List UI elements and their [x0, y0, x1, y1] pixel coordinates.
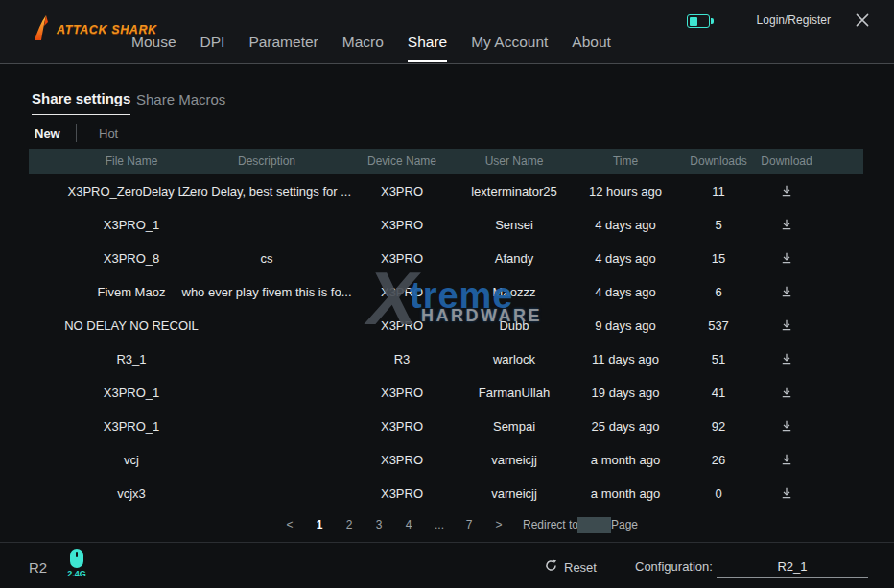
cell-user-name: Dubb	[499, 318, 529, 332]
table-row: X3PRO_1 X3PRO FarmanUllah 19 days ago 41	[29, 375, 863, 409]
cell-user-name: lexterminator25	[471, 183, 557, 198]
cell-description: Zero Delay, best settings for ...	[182, 183, 351, 198]
download-icon[interactable]	[780, 351, 794, 365]
configuration-label: Configuration:	[635, 559, 713, 574]
cell-device-name: X3PRO	[381, 284, 423, 298]
col-file-name: File Name	[106, 154, 158, 168]
nav-share[interactable]: Share	[408, 34, 447, 51]
table-row: vcjx3 X3PRO varneicjj a month ago 0	[29, 476, 863, 509]
cell-downloads: 11	[712, 183, 725, 198]
cell-file-name: X3PRO_8	[104, 250, 160, 265]
page-ellipsis: ...	[435, 518, 444, 531]
cell-time: 11 days ago	[592, 351, 659, 365]
download-icon[interactable]	[780, 217, 794, 231]
cell-device-name: X3PRO	[381, 250, 423, 265]
cell-downloads: 6	[715, 284, 721, 298]
cell-user-name: Sempai	[493, 418, 535, 433]
col-downloads: Downloads	[690, 154, 746, 168]
cell-file-name: X3PRO_1	[104, 418, 160, 433]
download-icon[interactable]	[780, 318, 794, 332]
page-2-button[interactable]: 2	[346, 518, 353, 531]
filter-hot[interactable]: Hot	[99, 127, 118, 141]
cell-file-name: vcjx3	[117, 485, 146, 500]
cell-user-name: FarmanUllah	[479, 385, 550, 399]
cell-description: who ever play fivem this is fo...	[181, 284, 351, 298]
cell-file-name: X3PRO_1	[104, 217, 160, 231]
cell-file-name: R3_1	[116, 351, 146, 365]
nav-about[interactable]: About	[572, 34, 611, 51]
filter-new[interactable]: New	[35, 127, 60, 141]
cell-time: 25 days ago	[592, 418, 660, 433]
page-3-button[interactable]: 3	[376, 518, 383, 531]
mouse-icon	[70, 549, 83, 568]
pagination: < 1 2 3 4 ... 7 > Redirect to Page	[29, 514, 863, 535]
tab-share-settings[interactable]: Share settings	[32, 90, 130, 106]
table-row: X3PRO_1 X3PRO Sempai 25 days ago 92	[29, 409, 863, 442]
cell-device-name: X3PRO	[381, 217, 423, 231]
main-nav: Mouse DPI Parameter Macro Share My Accou…	[131, 21, 611, 63]
connection-status: 2.4G	[65, 549, 88, 578]
cell-downloads: 51	[712, 351, 725, 365]
device-model-label: R2	[29, 559, 47, 576]
redirect-page-input[interactable]	[577, 517, 611, 533]
table-row: R3_1 R3 warlock 11 days ago 51	[29, 341, 863, 375]
cell-description: cs	[261, 250, 273, 265]
download-icon[interactable]	[780, 385, 794, 399]
col-device-name: Device Name	[367, 154, 436, 168]
cell-downloads: 15	[712, 250, 725, 265]
cell-time: a month ago	[591, 452, 660, 466]
reset-button[interactable]: Reset	[545, 559, 597, 575]
page-4-button[interactable]: 4	[406, 518, 412, 531]
download-icon[interactable]	[780, 418, 794, 433]
table-body: X3PRO_ZeroDelay L... Zero Delay, best se…	[29, 174, 863, 509]
reset-icon	[545, 559, 557, 575]
login-register-link[interactable]: Login/Register	[757, 13, 831, 27]
col-description: Description	[238, 154, 295, 168]
download-icon[interactable]	[780, 250, 794, 265]
nav-parameter[interactable]: Parameter	[248, 34, 318, 51]
table-row: X3PRO_8 cs X3PRO Afandy 4 days ago 15	[29, 241, 863, 274]
cell-device-name: R3	[394, 351, 411, 365]
cell-time: a month ago	[591, 485, 660, 500]
page-next-button[interactable]: >	[495, 518, 502, 531]
cell-file-name: vcj	[124, 452, 139, 466]
download-icon[interactable]	[780, 452, 794, 466]
download-icon[interactable]	[780, 284, 794, 298]
cell-time: 4 days ago	[595, 284, 656, 298]
reset-label: Reset	[564, 560, 597, 575]
cell-user-name: Sensei	[495, 217, 533, 231]
page-7-button[interactable]: 7	[466, 518, 473, 531]
table-row: Fivem Maoz who ever play fivem this is f…	[29, 274, 863, 308]
cell-file-name: NO DELAY NO RECOIL	[64, 318, 199, 332]
cell-downloads: 92	[712, 418, 725, 433]
configuration-value[interactable]: R2_1	[717, 559, 868, 578]
page-1-button[interactable]: 1	[317, 518, 323, 531]
download-icon[interactable]	[780, 183, 794, 198]
page-label: Page	[611, 518, 638, 531]
nav-my-account[interactable]: My Account	[471, 34, 548, 51]
connection-mode-label: 2.4G	[65, 569, 88, 578]
cell-file-name: X3PRO_ZeroDelay L...	[68, 183, 196, 198]
cell-user-name: varneicjj	[491, 485, 537, 500]
nav-macro[interactable]: Macro	[342, 34, 384, 51]
table-header: File Name Description Device Name User N…	[29, 149, 863, 174]
cell-time: 4 days ago	[595, 250, 656, 265]
filter-divider	[76, 124, 77, 142]
table-row: X3PRO_1 X3PRO Sensei 4 days ago 5	[29, 207, 863, 241]
nav-dpi[interactable]: DPI	[200, 34, 225, 51]
cell-downloads: 5	[715, 217, 721, 231]
cell-time: 4 days ago	[595, 217, 656, 231]
cell-device-name: X3PRO	[381, 385, 423, 399]
tab-share-macros[interactable]: Share Macros	[136, 91, 225, 107]
close-icon[interactable]	[854, 12, 871, 29]
nav-mouse[interactable]: Mouse	[131, 34, 176, 51]
cell-device-name: X3PRO	[381, 452, 423, 466]
cell-user-name: Maozzz	[493, 284, 536, 298]
shark-fin-icon	[33, 14, 54, 45]
cell-file-name: X3PRO_1	[104, 385, 160, 399]
download-icon[interactable]	[780, 485, 794, 500]
cell-device-name: X3PRO	[381, 418, 423, 433]
col-download: Download	[761, 154, 812, 168]
cell-device-name: X3PRO	[381, 183, 423, 198]
page-prev-button[interactable]: <	[286, 518, 293, 531]
